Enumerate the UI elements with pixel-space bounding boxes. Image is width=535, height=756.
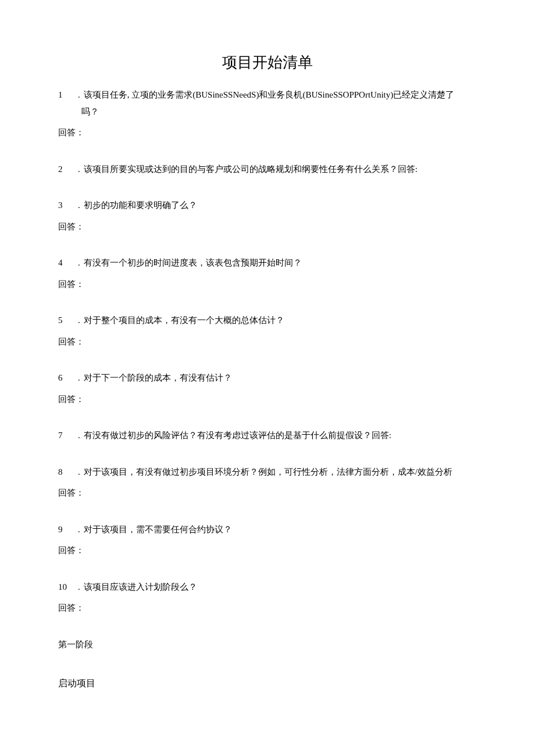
question-text: 该项目所要实现或达到的目的与客户或公司的战略规划和纲要性任务有什么关系？回答: xyxy=(84,161,477,178)
question-text: 该项目任务, 立项的业务需求(BUSineSSNeedS)和业务良机(BUSin… xyxy=(84,87,477,103)
question-dot: . xyxy=(78,197,80,214)
question-text: 有没有做过初步的风险评估？有没有考虑过该评估的是基于什么前提假设？回答: xyxy=(84,427,477,444)
question-dot: . xyxy=(78,312,80,329)
question-row: 6.对于下一个阶段的成本，有没有估计？ xyxy=(58,370,477,386)
question-text-inner: 该项目所要实现或达到的目的与客户或公司的战略规划和纲要性任务有什么关系？ xyxy=(84,164,398,174)
question-block: 2.该项目所要实现或达到的目的与客户或公司的战略规划和纲要性任务有什么关系？回答… xyxy=(58,161,477,178)
answer-label: 回答： xyxy=(58,391,477,408)
question-text: 有没有一个初步的时间进度表，该表包含预期开始时间？ xyxy=(84,255,477,271)
phase-label: 第一阶段 xyxy=(58,636,477,653)
question-block: 7.有没有做过初步的风险评估？有没有考虑过该评估的是基于什么前提假设？回答: xyxy=(58,427,477,444)
question-dot: . xyxy=(78,255,80,271)
answer-label: 回答： xyxy=(58,542,477,559)
question-block: 8.对于该项目，有没有做过初步项目环境分析？例如，可行性分析，法律方面分析，成本… xyxy=(58,464,477,501)
question-number: 8 xyxy=(58,464,72,481)
answer-label: 回答： xyxy=(58,276,477,293)
question-row: 9.对于该项目，需不需要任何合约协议？ xyxy=(58,521,477,538)
question-block: 1.该项目任务, 立项的业务需求(BUSineSSNeedS)和业务良机(BUS… xyxy=(58,87,477,141)
question-text: 对于该项目，有没有做过初步项目环境分析？例如，可行性分析，法律方面分析，成本/效… xyxy=(84,464,477,481)
question-number: 5 xyxy=(58,312,72,329)
question-row: 2.该项目所要实现或达到的目的与客户或公司的战略规划和纲要性任务有什么关系？回答… xyxy=(58,161,477,178)
question-row: 7.有没有做过初步的风险评估？有没有考虑过该评估的是基于什么前提假设？回答: xyxy=(58,427,477,444)
question-block: 9.对于该项目，需不需要任何合约协议？回答： xyxy=(58,521,477,559)
question-continuation: 吗？ xyxy=(58,103,477,120)
question-block: 3.初步的功能和要求明确了么？回答： xyxy=(58,197,477,235)
question-number: 3 xyxy=(58,197,72,214)
question-number: 7 xyxy=(58,427,72,444)
question-row: 8.对于该项目，有没有做过初步项目环境分析？例如，可行性分析，法律方面分析，成本… xyxy=(58,464,477,481)
answer-label: 回答： xyxy=(58,218,477,235)
answer-label: 回答： xyxy=(58,600,477,617)
answer-label: 回答： xyxy=(58,124,477,141)
question-text-inner: 有没有做过初步的风险评估？有没有考虑过该评估的是基于什么前提假设？ xyxy=(84,431,372,440)
question-number: 6 xyxy=(58,370,72,386)
question-row: 1.该项目任务, 立项的业务需求(BUSineSSNeedS)和业务良机(BUS… xyxy=(58,87,477,103)
answer-label: 回答： xyxy=(58,334,477,350)
question-number: 4 xyxy=(58,255,72,271)
question-text: 该项目应该进入计划阶段么？ xyxy=(84,579,477,596)
question-dot: . xyxy=(78,521,80,538)
question-dot: . xyxy=(78,464,80,481)
question-number: 9 xyxy=(58,521,72,538)
question-row: 4.有没有一个初步的时间进度表，该表包含预期开始时间？ xyxy=(58,255,477,271)
question-number: 10 xyxy=(58,579,72,596)
document-title: 项目开始清单 xyxy=(58,52,477,73)
question-number: 2 xyxy=(58,161,72,178)
question-dot: . xyxy=(78,579,80,596)
question-number: 1 xyxy=(58,87,72,103)
question-block: 4.有没有一个初步的时间进度表，该表包含预期开始时间？回答： xyxy=(58,255,477,292)
question-block: 10.该项目应该进入计划阶段么？回答： xyxy=(58,579,477,617)
question-row: 10.该项目应该进入计划阶段么？ xyxy=(58,579,477,596)
question-text: 初步的功能和要求明确了么？ xyxy=(84,197,477,214)
question-row: 5.对于整个项目的成本，有没有一个大概的总体估计？ xyxy=(58,312,477,329)
questions-container: 1.该项目任务, 立项的业务需求(BUSineSSNeedS)和业务良机(BUS… xyxy=(58,87,477,617)
question-dot: . xyxy=(78,370,80,386)
question-block: 5.对于整个项目的成本，有没有一个大概的总体估计？回答： xyxy=(58,312,477,350)
question-dot: . xyxy=(78,161,80,178)
answer-label-inline: 回答: xyxy=(398,164,418,174)
question-text: 对于下一个阶段的成本，有没有估计？ xyxy=(84,370,477,386)
question-block: 6.对于下一个阶段的成本，有没有估计？回答： xyxy=(58,370,477,407)
answer-label: 回答： xyxy=(58,485,477,501)
question-dot: . xyxy=(78,87,80,103)
question-text: 对于该项目，需不需要任何合约协议？ xyxy=(84,521,477,538)
question-text: 对于整个项目的成本，有没有一个大概的总体估计？ xyxy=(84,312,477,329)
question-dot: . xyxy=(78,427,80,444)
startup-label: 启动项目 xyxy=(58,675,477,692)
question-row: 3.初步的功能和要求明确了么？ xyxy=(58,197,477,214)
answer-label-inline: 回答: xyxy=(372,431,391,440)
